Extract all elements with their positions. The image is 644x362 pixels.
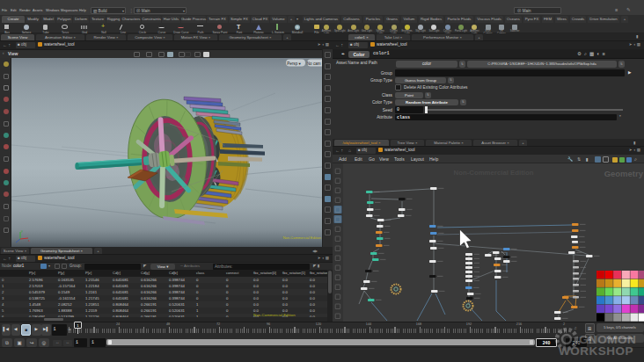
svg-text:Persp ▾: Persp ▾: [287, 62, 301, 66]
svg-text:No cam ▾: No cam ▾: [307, 62, 322, 66]
svg-text:WORKSHOP: WORKSHOP: [559, 344, 633, 358]
svg-text:y: y: [21, 229, 23, 233]
svg-text:Geometry: Geometry: [604, 169, 644, 178]
svg-text:Non-Commercial Edition: Non-Commercial Edition: [454, 169, 534, 177]
svg-text:x: x: [28, 239, 30, 243]
svg-text:Non-Commercial Edition: Non-Commercial Edition: [283, 235, 321, 240]
